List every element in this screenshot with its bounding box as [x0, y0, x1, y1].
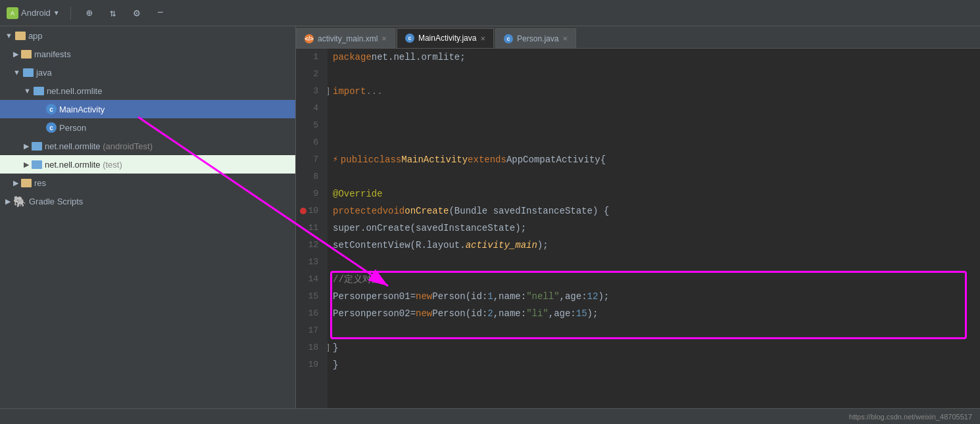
token: @Override: [333, 185, 383, 202]
tab-mainactivity-java[interactable]: c MainActivity.java ×: [397, 28, 494, 48]
sidebar-item-person-label: Person: [59, 123, 86, 133]
token: extends: [468, 151, 506, 168]
tab-close-xml[interactable]: ×: [381, 34, 387, 43]
token: class: [374, 151, 401, 168]
arrow-manifests: [13, 50, 18, 59]
code-line-6: [333, 134, 967, 151]
settings-icon[interactable]: ⚙: [129, 5, 145, 21]
token: "li": [526, 305, 549, 322]
code-line-7: ⚡public class MainActivity extends AppCo…: [333, 151, 967, 168]
token: age: [565, 288, 581, 305]
tab-bar: </> activity_main.xml × c MainActivity.j…: [296, 26, 980, 49]
tab-close-mainactivity[interactable]: ×: [480, 34, 485, 43]
token: Person: [333, 288, 366, 305]
fold-icon-18[interactable]: −: [328, 344, 329, 352]
status-url: https://blog.csdn.net/weixin_48705517: [849, 413, 972, 421]
java-icon-mainactivity: c: [46, 104, 57, 114]
code-editor[interactable]: 12345678910111213141516171819 package ne…: [296, 49, 980, 408]
token: 1: [487, 288, 493, 305]
token: :: [521, 305, 526, 322]
sidebar-item-androidtest-label: net.nell.ormlite (androidTest): [45, 141, 153, 151]
token: Person(: [432, 288, 471, 305]
sidebar-item-test[interactable]: net.nell.ormlite (test): [0, 155, 295, 174]
token: Person(: [432, 305, 471, 322]
editor-area: </> activity_main.xml × c MainActivity.j…: [296, 26, 980, 408]
fold-icon-3[interactable]: −: [328, 87, 329, 95]
debug-dot: [300, 208, 306, 214]
folder-icon-app: [15, 32, 26, 40]
arrow-test: [24, 160, 29, 169]
sidebar-item-res[interactable]: res: [0, 174, 295, 192]
line-number-8: 8: [296, 168, 322, 185]
folder-icon-androidtest: [32, 142, 42, 151]
sidebar-item-manifests-label: manifests: [34, 49, 71, 59]
java-icon-tab: c: [405, 34, 414, 43]
token: //定义对象: [333, 271, 381, 288]
java-icon-tab-person: c: [504, 34, 513, 43]
code-content[interactable]: package net.nell.ormlite;−import ...⚡pub…: [328, 49, 980, 408]
token: 12: [587, 288, 599, 305]
sidebar-item-java[interactable]: java: [0, 63, 295, 82]
line-number-4: 4: [296, 100, 322, 117]
arrow-gradle: [5, 197, 11, 206]
token: protected: [333, 202, 383, 220]
token: void: [383, 202, 405, 220]
tab-label-mainactivity-java: MainActivity.java: [418, 34, 476, 43]
sidebar-item-mainactivity[interactable]: c MainActivity: [0, 100, 295, 118]
token: ,: [560, 288, 565, 305]
tab-close-person[interactable]: ×: [562, 34, 568, 43]
token: "nell": [526, 288, 559, 305]
code-line-17: [333, 322, 967, 339]
minimize-icon[interactable]: −: [153, 5, 168, 21]
sync-icon[interactable]: ⊕: [82, 5, 97, 21]
status-bar: https://blog.csdn.net/weixin_48705517: [0, 408, 980, 424]
line-numbers: 12345678910111213141516171819: [296, 49, 328, 408]
token: public: [341, 151, 374, 168]
folder-icon-res: [21, 179, 32, 187]
token: }: [333, 356, 338, 373]
code-line-16: Person person02 = new Person( id: 2, nam…: [333, 305, 967, 322]
sidebar-item-package[interactable]: net.nell.ormlite: [0, 82, 295, 100]
sidebar-item-androidtest[interactable]: net.nell.ormlite (androidTest): [0, 137, 295, 155]
code-line-12: setContentView(R.layout.activity_main);: [333, 237, 967, 254]
gradle-icon: 🐘: [13, 195, 26, 208]
sidebar-item-gradle[interactable]: 🐘 Gradle Scripts: [0, 192, 295, 210]
line-number-13: 13: [296, 254, 322, 271]
token: );: [598, 288, 609, 305]
line-number-14: 14: [296, 271, 322, 288]
token: =: [410, 288, 416, 305]
sidebar-item-manifests[interactable]: manifests: [0, 45, 295, 63]
line-number-17: 17: [296, 322, 322, 339]
arrow-java: [13, 68, 20, 76]
line-number-18: 18: [296, 339, 322, 356]
token: :: [570, 305, 576, 322]
code-line-15: Person person01 = new Person( id: 1, nam…: [333, 288, 967, 305]
project-sidebar: app manifests java net.nell.ormlite c Ma…: [0, 26, 296, 408]
sidebar-item-gradle-label: Gradle Scripts: [29, 197, 83, 206]
tab-person-java[interactable]: c Person.java ×: [495, 28, 576, 48]
line-number-1: 1: [296, 49, 322, 66]
project-selector[interactable]: A Android ▼: [7, 7, 60, 19]
sidebar-item-app[interactable]: app: [0, 26, 295, 45]
tab-activity-main-xml[interactable]: </> activity_main.xml ×: [296, 28, 395, 48]
token: ,: [493, 305, 499, 322]
sidebar-item-person[interactable]: c Person: [0, 118, 295, 137]
line-number-15: 15: [296, 288, 322, 305]
token: onCreate: [404, 202, 449, 220]
token: ,: [493, 288, 499, 305]
line-number-2: 2: [296, 66, 322, 83]
android-icon: A: [7, 7, 18, 19]
token: {: [600, 151, 606, 168]
code-line-2: [333, 66, 967, 83]
sort-icon[interactable]: ⇅: [105, 5, 121, 21]
line-number-3: 3: [296, 83, 322, 100]
line-number-9: 9: [296, 185, 322, 202]
token: setContentView(R.layout.: [333, 237, 466, 254]
token: );: [537, 237, 549, 254]
line-number-6: 6: [296, 134, 322, 151]
sidebar-item-package-label: net.nell.ormlite: [47, 86, 103, 96]
code-line-18: − }: [333, 339, 967, 356]
code-line-14: //定义对象: [333, 271, 967, 288]
code-line-13: [333, 254, 967, 271]
breakpoint-icon: ⚡: [333, 151, 338, 168]
